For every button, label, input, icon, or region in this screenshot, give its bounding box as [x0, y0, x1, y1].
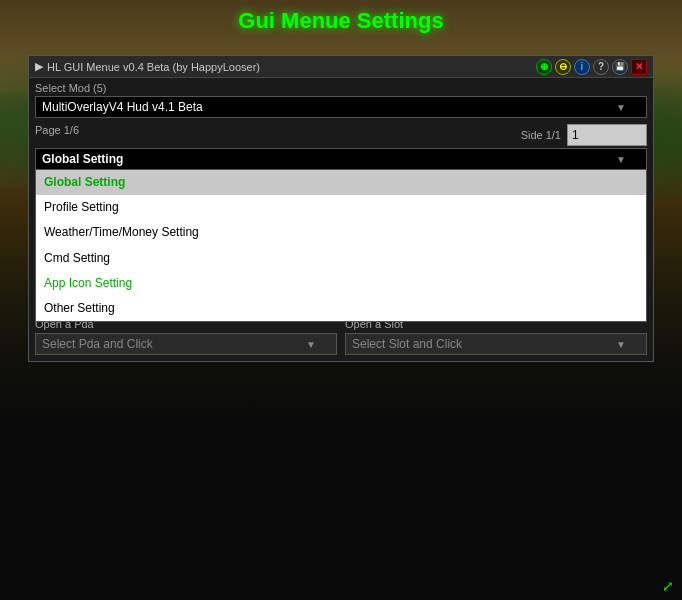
page-label: Page 1/6	[35, 124, 79, 136]
settings-list: Global Setting Profile Setting Weather/T…	[35, 170, 647, 322]
window-controls: ⊕ ⊖ i ? 💾 ✕	[536, 59, 647, 75]
select-mod-dropdown[interactable]: MultiOverlayV4 Hud v4.1 Beta ▼	[35, 96, 647, 118]
settings-dropdown-header[interactable]: Global Setting ▼	[35, 148, 647, 170]
list-item[interactable]: Global Setting	[36, 170, 646, 195]
pda-section: Open a Pda Select Pda and Click ▼	[35, 318, 337, 355]
expand-icon[interactable]: ⤢	[662, 578, 674, 594]
main-title: Gui Menue Settings	[0, 8, 682, 34]
select-mod-arrow-icon: ▼	[616, 102, 626, 113]
main-window: ▶ HL GUI Menue v0.4 Beta (by HappyLooser…	[28, 55, 654, 362]
list-item[interactable]: Profile Setting	[36, 195, 646, 220]
select-mod-label: Select Mod (5)	[29, 78, 653, 96]
window-title-text: HL GUI Menue v0.4 Beta (by HappyLooser)	[47, 61, 260, 73]
select-mod-value: MultiOverlayV4 Hud v4.1 Beta	[42, 100, 203, 114]
side-label: Side 1/1	[521, 129, 561, 141]
ctrl-save-button[interactable]: 💾	[612, 59, 628, 75]
window-titlebar: ▶ HL GUI Menue v0.4 Beta (by HappyLooser…	[29, 56, 653, 78]
list-item[interactable]: Cmd Setting	[36, 246, 646, 271]
pda-dropdown[interactable]: Select Pda and Click ▼	[35, 333, 337, 355]
slot-section: Open a Slot Select Slot and Click ▼	[345, 318, 647, 355]
settings-dropdown-container: Global Setting ▼ Global Setting Profile …	[35, 148, 647, 170]
ctrl-close-button[interactable]: ✕	[631, 59, 647, 75]
settings-header-text: Global Setting	[42, 152, 123, 166]
list-item[interactable]: App Icon Setting	[36, 271, 646, 296]
slot-dropdown[interactable]: Select Slot and Click ▼	[345, 333, 647, 355]
side-input[interactable]	[567, 124, 647, 146]
ctrl-info-button[interactable]: i	[574, 59, 590, 75]
ctrl-help-button[interactable]: ?	[593, 59, 609, 75]
list-item[interactable]: Weather/Time/Money Setting	[36, 220, 646, 245]
page-row: Page 1/6 Side 1/1	[29, 122, 653, 148]
slot-dropdown-arrow-icon: ▼	[616, 339, 626, 350]
ctrl-add-button[interactable]: ⊕	[536, 59, 552, 75]
pda-placeholder: Select Pda and Click	[42, 337, 153, 351]
slot-placeholder: Select Slot and Click	[352, 337, 462, 351]
settings-header-arrow-icon: ▼	[616, 154, 626, 165]
ctrl-remove-button[interactable]: ⊖	[555, 59, 571, 75]
window-title-arrow: ▶	[35, 60, 43, 73]
pda-dropdown-arrow-icon: ▼	[306, 339, 316, 350]
list-item[interactable]: Other Setting	[36, 296, 646, 321]
window-title: ▶ HL GUI Menue v0.4 Beta (by HappyLooser…	[35, 60, 260, 73]
